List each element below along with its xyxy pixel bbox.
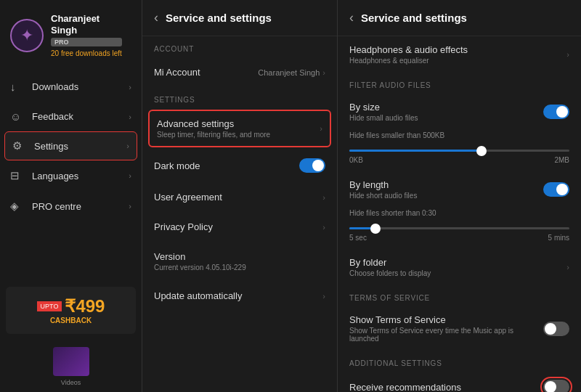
dark-mode-label: Dark mode bbox=[154, 160, 299, 171]
advanced-settings-chevron-icon: › bbox=[320, 124, 322, 133]
mi-account-value: Charanjeet Singh bbox=[258, 68, 320, 77]
avatar: ✦ bbox=[10, 19, 44, 52]
show-tos-item: Show Terms of Service Show Terms of Serv… bbox=[338, 306, 581, 351]
by-size-slider-track[interactable] bbox=[349, 150, 569, 152]
by-folder-sub: Choose folders to display bbox=[349, 269, 431, 277]
account-section-label: ACCOUNT bbox=[142, 36, 337, 57]
update-auto-label: Update automatically bbox=[154, 290, 322, 301]
by-length-toggle[interactable] bbox=[543, 182, 569, 197]
right-panel: ‹ Service and settings Headphones & audi… bbox=[338, 0, 581, 392]
by-size-slider-fill bbox=[349, 150, 482, 152]
by-length-max: 5 mins bbox=[548, 234, 569, 242]
dark-mode-item[interactable]: Dark mode bbox=[142, 149, 337, 182]
headphones-sub: Headphones & equaliser bbox=[349, 57, 468, 65]
downloads-label: Downloads bbox=[32, 81, 129, 92]
version-sub: Current version 4.05.10i-229 bbox=[154, 264, 325, 271]
by-length-toggle-knob bbox=[556, 184, 568, 195]
by-size-toggle-knob bbox=[556, 106, 568, 118]
privacy-policy-chevron-icon: › bbox=[322, 223, 325, 232]
profile-section: ✦ Charanjeet Singh PRO 20 free downloads… bbox=[0, 0, 142, 66]
sidebar-item-feedback[interactable]: ☺ Feedback › bbox=[0, 102, 142, 131]
feedback-label: Feedback bbox=[32, 111, 129, 122]
by-size-slider-thumb bbox=[476, 146, 487, 156]
by-folder-item[interactable]: By folder Choose folders to display › bbox=[338, 249, 581, 285]
show-tos-toggle[interactable] bbox=[543, 322, 569, 336]
by-length-min: 5 sec bbox=[349, 234, 367, 242]
by-folder-label: By folder bbox=[349, 257, 431, 268]
sidebar-item-settings[interactable]: ⚙ Settings › bbox=[4, 131, 137, 160]
mi-account-label: Mi Account bbox=[154, 67, 258, 78]
middle-back-button[interactable]: ‹ bbox=[154, 10, 158, 25]
by-length-item: By length Hide short audio files bbox=[338, 171, 581, 208]
middle-panel-header: ‹ Service and settings bbox=[142, 0, 337, 36]
dark-mode-toggle[interactable] bbox=[299, 158, 325, 173]
receive-recs-toggle[interactable] bbox=[543, 380, 569, 392]
show-tos-sub: Show Terms of Service every time the Mus… bbox=[349, 327, 537, 343]
mi-account-item[interactable]: Mi Account Charanjeet Singh › bbox=[142, 57, 337, 87]
downloads-chevron-icon: › bbox=[129, 83, 131, 91]
update-auto-item[interactable]: Update automatically › bbox=[142, 281, 337, 311]
privacy-policy-label: Privacy Policy bbox=[154, 221, 322, 232]
receive-recs-label: Receive recommendations bbox=[349, 382, 461, 393]
profile-name-line2: Singh bbox=[51, 25, 122, 36]
by-size-max: 2MB bbox=[554, 156, 569, 164]
by-size-sub2: Hide files smaller than 500KB bbox=[349, 131, 569, 139]
sidebar-nav: ↓ Downloads › ☺ Feedback › ⚙ Settings › … bbox=[0, 66, 142, 279]
pro-centre-icon: ◈ bbox=[10, 200, 26, 213]
feedback-icon: ☺ bbox=[10, 110, 26, 123]
profile-name-line1: Charanjeet bbox=[51, 13, 122, 25]
sidebar: ✦ Charanjeet Singh PRO 20 free downloads… bbox=[0, 0, 142, 392]
mi-account-chevron-icon: › bbox=[322, 68, 325, 77]
pro-centre-label: PRO centre bbox=[32, 201, 129, 212]
languages-icon: ⊟ bbox=[10, 169, 26, 182]
languages-label: Languages bbox=[32, 171, 129, 181]
promo-content: UPTO ₹499 CASHBACK bbox=[33, 292, 110, 329]
receive-recs-toggle-knob bbox=[545, 381, 556, 392]
by-size-sub2-row: Hide files smaller than 500KB bbox=[338, 130, 581, 142]
videos-label: Videos bbox=[61, 379, 81, 386]
receive-recs-item: Receive recommendations bbox=[338, 372, 581, 392]
video-thumbnail bbox=[53, 347, 89, 376]
feedback-chevron-icon: › bbox=[129, 113, 131, 121]
sidebar-item-pro-centre[interactable]: ◈ PRO centre › bbox=[0, 191, 142, 221]
languages-chevron-icon: › bbox=[129, 171, 131, 180]
advanced-settings-item[interactable]: Advanced settings Sleep timer, filtering… bbox=[148, 110, 331, 147]
right-back-button[interactable]: ‹ bbox=[349, 10, 354, 25]
by-length-slider-thumb bbox=[370, 224, 381, 234]
dark-mode-toggle-knob bbox=[312, 160, 324, 171]
headphones-chevron-icon: › bbox=[566, 50, 569, 59]
promo-upto: UPTO bbox=[37, 301, 62, 311]
by-length-label: By length bbox=[349, 179, 417, 190]
middle-panel: ‹ Service and settings ACCOUNT Mi Accoun… bbox=[142, 0, 338, 392]
settings-label: Settings bbox=[34, 141, 126, 152]
tos-section-label: TERMS OF SERVICE bbox=[338, 285, 581, 306]
by-length-slider-track[interactable] bbox=[349, 227, 569, 229]
settings-chevron-icon: › bbox=[126, 142, 129, 150]
update-auto-chevron-icon: › bbox=[322, 292, 325, 301]
user-agreement-label: User Agreement bbox=[154, 192, 322, 203]
promo-banner[interactable]: UPTO ₹499 CASHBACK bbox=[6, 287, 136, 334]
by-size-min: 0KB bbox=[349, 156, 363, 164]
additional-settings-label: ADDITIONAL SETTINGS bbox=[338, 351, 581, 372]
by-size-item: By size Hide small audio files bbox=[338, 94, 581, 130]
by-size-slider-row: 0KB 2MB bbox=[338, 142, 581, 171]
user-agreement-chevron-icon: › bbox=[322, 193, 325, 202]
show-tos-label: Show Terms of Service bbox=[349, 314, 537, 325]
by-size-toggle[interactable] bbox=[543, 105, 569, 119]
by-length-sub2-row: Hide files shorter than 0:30 bbox=[338, 208, 581, 220]
show-tos-toggle-knob bbox=[545, 323, 556, 335]
sidebar-item-downloads[interactable]: ↓ Downloads › bbox=[0, 72, 142, 102]
right-panel-content: Headphones & audio effects Headphones & … bbox=[338, 36, 581, 392]
by-folder-chevron-icon: › bbox=[566, 263, 569, 271]
sidebar-item-languages[interactable]: ⊟ Languages › bbox=[0, 160, 142, 191]
privacy-policy-item[interactable]: Privacy Policy › bbox=[142, 212, 337, 242]
downloads-icon: ↓ bbox=[10, 81, 26, 93]
by-length-slider-row: 5 sec 5 mins bbox=[338, 220, 581, 249]
headphones-item[interactable]: Headphones & audio effects Headphones & … bbox=[338, 36, 581, 73]
user-agreement-item[interactable]: User Agreement › bbox=[142, 182, 337, 212]
headphones-label: Headphones & audio effects bbox=[349, 44, 468, 55]
promo-cashback: CASHBACK bbox=[37, 317, 105, 324]
profile-info: Charanjeet Singh PRO 20 free downloads l… bbox=[51, 13, 122, 57]
middle-panel-title: Service and settings bbox=[166, 12, 272, 24]
settings-icon: ⚙ bbox=[12, 139, 28, 152]
